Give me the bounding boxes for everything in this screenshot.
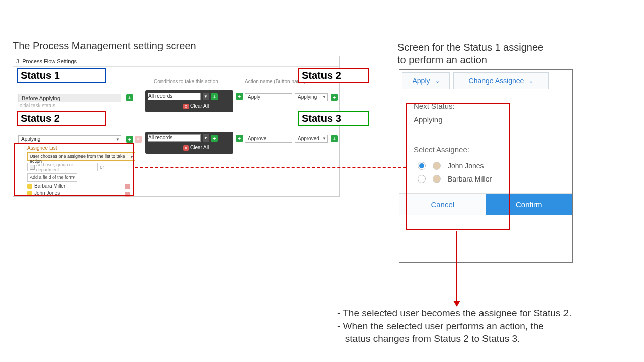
callout-status-2-left: Status 2 bbox=[17, 111, 106, 126]
initial-task-note: Initial task status bbox=[18, 103, 55, 108]
connector-dashed-line bbox=[135, 167, 406, 168]
highlight-next-status bbox=[406, 103, 510, 230]
clear-all-button-1[interactable]: xClear All bbox=[183, 103, 209, 109]
add-branch-button-2[interactable]: + bbox=[126, 136, 133, 143]
add-action-button-2[interactable]: + bbox=[236, 135, 243, 142]
status-after-select-1[interactable]: Applying▼ bbox=[295, 93, 328, 101]
chevron-down-icon: ▼ bbox=[322, 95, 326, 99]
condition-dropdown-icon[interactable]: ▼ bbox=[203, 134, 209, 142]
action-name-input-1[interactable]: Apply bbox=[245, 93, 292, 101]
condition-select-2[interactable]: All records bbox=[148, 134, 201, 142]
add-row-button-1[interactable]: + bbox=[331, 94, 338, 101]
close-icon: x bbox=[183, 145, 189, 151]
add-condition-button[interactable]: + bbox=[211, 93, 218, 100]
panel-header: 3. Process Flow Settings bbox=[13, 56, 339, 67]
chevron-down-icon: ▼ bbox=[322, 136, 326, 141]
change-assignee-button[interactable]: Change Assignee ⌄ bbox=[453, 72, 549, 89]
column-header-action: Action name (Button name) bbox=[245, 79, 306, 84]
clear-all-button-2[interactable]: xClear All bbox=[183, 145, 209, 151]
status-select-row2[interactable]: Applying▼ bbox=[18, 135, 121, 143]
column-header-conditions: Conditions to take this action bbox=[154, 79, 218, 84]
remove-branch-button-2[interactable]: × bbox=[135, 136, 142, 143]
callout-status-2-top: Status 2 bbox=[298, 68, 369, 83]
caption-right: Screen for the Status 1 assignee to perf… bbox=[397, 41, 589, 66]
status-after-select-2[interactable]: Approved▼ bbox=[295, 135, 328, 143]
highlight-assignee-list bbox=[14, 143, 134, 196]
condition-select-1[interactable]: All records bbox=[148, 93, 201, 100]
chevron-down-icon: ▼ bbox=[116, 137, 120, 142]
apply-button[interactable]: Apply ⌄ bbox=[402, 72, 450, 89]
chevron-down-icon: ⌄ bbox=[529, 78, 533, 84]
action-name-input-2[interactable]: Approve bbox=[245, 135, 292, 143]
add-condition-button-2[interactable]: + bbox=[211, 135, 218, 142]
add-action-button[interactable]: + bbox=[236, 93, 243, 100]
callout-status-3: Status 3 bbox=[298, 111, 369, 126]
add-row-button-2[interactable]: + bbox=[331, 135, 338, 142]
status-before-applying: Before Applying bbox=[18, 94, 121, 102]
connector-arrow-line bbox=[456, 231, 457, 301]
chevron-down-icon: ⌄ bbox=[435, 78, 440, 84]
condition-dropdown-icon[interactable]: ▼ bbox=[203, 93, 209, 100]
explanatory-notes: - The selected user becomes the assignee… bbox=[337, 307, 629, 345]
add-branch-button[interactable]: + bbox=[126, 94, 133, 101]
caption-left: The Process Management setting screen bbox=[13, 40, 196, 52]
close-icon: x bbox=[183, 104, 189, 109]
condition-box-2: All records ▼ + xClear All bbox=[145, 132, 233, 154]
arrow-down-icon bbox=[453, 301, 460, 307]
callout-status-1: Status 1 bbox=[17, 68, 106, 83]
condition-box-1: All records ▼ + xClear All bbox=[145, 90, 233, 112]
